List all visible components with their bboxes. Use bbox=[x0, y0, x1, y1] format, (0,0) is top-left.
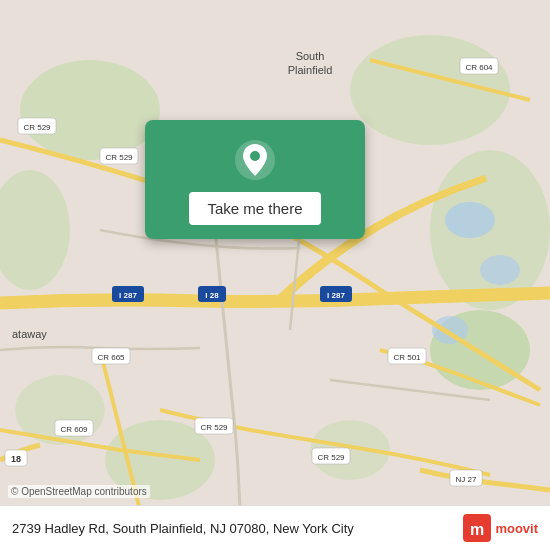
moovit-icon: m bbox=[463, 514, 491, 542]
bottom-bar: 2739 Hadley Rd, South Plainfield, NJ 070… bbox=[0, 505, 550, 550]
svg-point-42 bbox=[250, 151, 260, 161]
copyright-text: © OpenStreetMap contributors bbox=[8, 485, 150, 498]
svg-point-1 bbox=[20, 60, 160, 160]
svg-text:South: South bbox=[296, 50, 325, 62]
popup-card[interactable]: Take me there bbox=[145, 120, 365, 239]
svg-text:CR 501: CR 501 bbox=[393, 353, 421, 362]
take-me-there-button[interactable]: Take me there bbox=[189, 192, 320, 225]
svg-text:CR 529: CR 529 bbox=[23, 123, 51, 132]
map-container: CR 529 CR 529 CR 604 I 287 I 28 I 287 CR… bbox=[0, 0, 550, 550]
svg-text:CR 609: CR 609 bbox=[60, 425, 88, 434]
svg-text:NJ 27: NJ 27 bbox=[456, 475, 477, 484]
svg-point-10 bbox=[480, 255, 520, 285]
moovit-logo: m moovit bbox=[463, 514, 538, 542]
svg-text:CR 529: CR 529 bbox=[105, 153, 133, 162]
moovit-label: moovit bbox=[495, 521, 538, 536]
svg-text:CR 604: CR 604 bbox=[465, 63, 493, 72]
svg-text:I 287: I 287 bbox=[119, 291, 137, 300]
svg-text:I 287: I 287 bbox=[327, 291, 345, 300]
map-svg: CR 529 CR 529 CR 604 I 287 I 28 I 287 CR… bbox=[0, 0, 550, 550]
address-text: 2739 Hadley Rd, South Plainfield, NJ 070… bbox=[12, 521, 463, 536]
svg-text:CR 529: CR 529 bbox=[200, 423, 228, 432]
svg-text:Plainfield: Plainfield bbox=[288, 64, 333, 76]
svg-text:CR 529: CR 529 bbox=[317, 453, 345, 462]
svg-text:m: m bbox=[470, 521, 484, 538]
svg-text:ataway: ataway bbox=[12, 328, 47, 340]
svg-text:18: 18 bbox=[11, 454, 21, 464]
svg-text:I 28: I 28 bbox=[205, 291, 219, 300]
location-pin-icon bbox=[233, 138, 277, 182]
svg-point-9 bbox=[445, 202, 495, 238]
svg-text:CR 665: CR 665 bbox=[97, 353, 125, 362]
